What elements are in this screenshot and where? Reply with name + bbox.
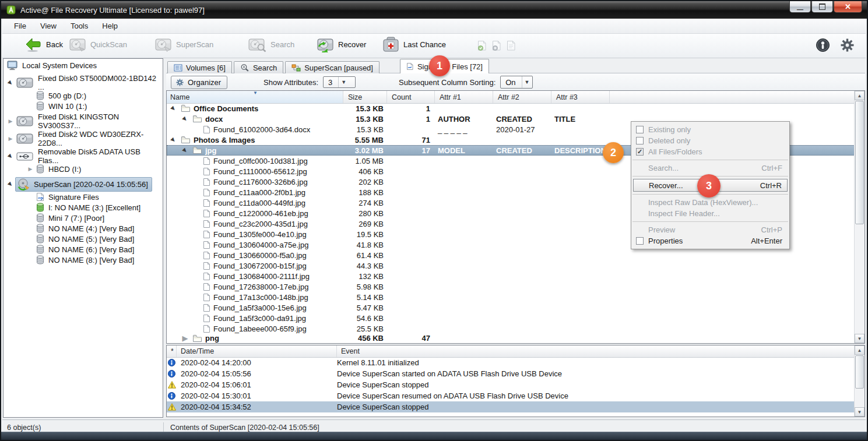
log-row[interactable]: 2020-02-04 15:30:01Device SuperScan resu… (167, 390, 855, 401)
file-row[interactable]: Found_130672000-b15f.jpg44.3 KB (167, 260, 855, 271)
scroll-up-icon[interactable]: ▲ (855, 91, 865, 100)
expander-icon[interactable]: ▶ (6, 136, 15, 142)
scrollbar-thumb[interactable] (855, 101, 864, 224)
superscan-button[interactable]: SuperScan (155, 37, 213, 52)
column-header-size[interactable]: Size (343, 91, 387, 103)
file-row[interactable]: Found_1abeee000-65f9.jpg25.5 KB (167, 323, 855, 334)
scrollbar-thumb[interactable] (855, 355, 864, 389)
context-menu-item-inspect-file-header[interactable]: Inspect File Header... (631, 208, 789, 219)
column-header-name[interactable]: Name▼ (167, 91, 343, 103)
expander-icon[interactable]: ▶ (6, 118, 15, 124)
name-cell: Found_c11aa000-2f0b1.jpg (167, 188, 343, 197)
tree-item-no-name-6-very-bad[interactable]: NO NAME (6:) [Very Bad] (3, 244, 163, 255)
show-attributes-value: 3 (328, 78, 332, 87)
name-cell: Found_17a13c000-148b.jpg (167, 293, 343, 302)
log-row[interactable]: 2020-02-04 15:05:56Device SuperScan star… (167, 368, 855, 379)
expander-icon[interactable]: ▶ (5, 77, 16, 88)
expander-icon[interactable]: ▶ (180, 146, 191, 155)
tree-item-no-name-5-very-bad[interactable]: NO NAME (5:) [Very Bad] (3, 234, 163, 244)
tab-search[interactable]: Search (234, 61, 283, 73)
tree-item-removable-disk5-adata-usb-flas[interactable]: ▶Removable Disk5 ADATA USB Flas... (3, 149, 163, 164)
tree-item-mini-7-7-poor[interactable]: Mini 7 (7:) [Poor] (3, 213, 163, 223)
file-row[interactable]: Found_172638000-17eb.jpg5.98 KB (167, 281, 855, 292)
log-header: *Date/TimeEvent (167, 345, 865, 358)
column-header-attr-3[interactable]: Attr #3 (551, 91, 610, 103)
log-scrollbar[interactable]: ▲ ▼ (854, 345, 865, 417)
log-column-date-time[interactable]: Date/Time (177, 345, 337, 357)
info-icon (167, 359, 177, 366)
expander-icon[interactable]: ▶ (181, 334, 189, 343)
search-button[interactable]: Search (248, 37, 294, 52)
context-menu-item-existing-only[interactable]: Existing only (631, 124, 789, 135)
folder-row[interactable]: ▶png456 KB47 (167, 334, 855, 343)
doc-blank-button[interactable] (507, 40, 516, 54)
last-chance-button[interactable]: Last Chance (382, 37, 446, 52)
context-menu-item-deleted-only[interactable]: Deleted only (631, 135, 789, 146)
file-list-scrollbar[interactable]: ▲ ▼ (854, 91, 865, 343)
close-button[interactable]: ✕ (834, 1, 862, 13)
menu-item-view[interactable]: View (33, 20, 64, 32)
back-button[interactable]: Back (24, 37, 63, 52)
column-header-attr-1[interactable]: Attr #1 (435, 91, 493, 103)
expander-icon[interactable]: ▶ (26, 166, 35, 172)
log-column-event[interactable]: Event (337, 345, 865, 357)
recover-button[interactable]: Recover (317, 37, 366, 52)
file-row[interactable]: Found_130660000-f5a0.jpg61.4 KB (167, 250, 855, 260)
context-menu-item-all-files-folders[interactable]: ✓All Files/Folders (631, 146, 789, 157)
tab-volumes-6[interactable]: Volumes [6] (167, 61, 232, 73)
log-row[interactable]: 2020-02-04 15:34:52Device SuperScan stop… (167, 401, 855, 412)
doc-check-button[interactable] (477, 40, 487, 54)
menu-item-tools[interactable]: Tools (64, 20, 95, 32)
context-menu-item-properties[interactable]: PropertiesAlt+Enter (631, 235, 789, 246)
maximize-button[interactable] (811, 1, 833, 13)
context-menu-item-search[interactable]: Search...Ctrl+F (631, 163, 789, 174)
menu-bar: FileViewToolsHelp (2, 19, 866, 34)
about-button[interactable] (816, 38, 830, 55)
expander-icon[interactable]: ▶ (180, 115, 191, 124)
log-column-severity[interactable]: * (167, 345, 177, 357)
scroll-down-icon[interactable]: ▼ (855, 334, 865, 343)
tab-label: Search (253, 63, 277, 72)
log-row[interactable]: 2020-02-04 15:06:01Device SuperScan stop… (167, 379, 855, 390)
file-row[interactable]: Found_1a5f3c000-da91.jpg54.6 KB (167, 313, 855, 323)
expander-icon[interactable]: ▶ (5, 179, 16, 189)
log-row[interactable]: 2020-02-04 14:20:00Kernel 8.11.01 initia… (167, 357, 855, 368)
tree-item-i-no-name-3-excellent[interactable]: I: NO NAME (3:) [Excellent] (3, 202, 163, 213)
file-row[interactable]: Found_17a13c000-148b.jpg5.14 KB (167, 292, 855, 302)
expander-icon[interactable]: ▶ (168, 136, 179, 144)
folder-row[interactable]: ▶Office Documents15.3 KB1 (167, 103, 855, 114)
expander-icon[interactable]: ▶ (5, 151, 16, 161)
tree-item-signature-files[interactable]: Signature Files (3, 192, 163, 202)
column-sorting-select[interactable]: On ▼ (500, 76, 532, 89)
size-cell: 15.3 KB (343, 115, 387, 124)
organizer-button[interactable]: Organizer (171, 76, 227, 89)
tree-item-fixed-disk1-kingston-sv300s37[interactable]: ▶Fixed Disk1 KINGSTON SV300S37... (3, 114, 163, 129)
menu-item-file[interactable]: File (7, 20, 33, 32)
settings-gear-button[interactable] (839, 37, 855, 55)
tree-item-win-10-1[interactable]: WIN 10 (1:) (3, 101, 163, 111)
tree-item-no-name-4-very-bad[interactable]: NO NAME (4:) [Very Bad] (3, 223, 163, 234)
column-header-attr-2[interactable]: Attr #2 (493, 91, 551, 103)
doc-delete-button[interactable] (492, 40, 501, 54)
menu-item-label: Properties (648, 237, 683, 245)
scroll-down-icon[interactable]: ▼ (855, 407, 865, 417)
context-menu-item-preview[interactable]: PreviewCtrl+P (631, 224, 789, 235)
menu-item-help[interactable]: Help (95, 20, 125, 32)
scroll-up-icon[interactable]: ▲ (855, 345, 865, 355)
tab-superscan-paused[interactable]: SuperScan [paused] (285, 61, 379, 73)
superscan-label: SuperScan (176, 40, 213, 49)
column-header-count[interactable]: Count (387, 91, 435, 103)
tree-item-superscan-2020-02-04-15-05-56[interactable]: ▶SuperScan [2020-02-04 15:05:56] (3, 177, 163, 192)
log-time: 2020-02-04 15:06:01 (177, 380, 337, 389)
file-row[interactable]: Found_130684000-2111f.jpg132 KB (167, 271, 855, 281)
show-attributes-select[interactable]: 3 ▼ (323, 76, 356, 88)
tree-item-no-name-8-very-bad[interactable]: NO NAME (8:) [Very Bad] (3, 255, 163, 265)
file-icon (203, 209, 210, 218)
tree-item-fixed-disk0-st500dm002-1bd142[interactable]: ▶Fixed Disk0 ST500DM002-1BD142 ... (3, 75, 163, 90)
file-row[interactable]: Found_1a5f3a000-15e6.jpg5.47 KB (167, 302, 855, 313)
tree-item-fixed-disk2-wdc-wd30ezrx-22d8[interactable]: ▶Fixed Disk2 WDC WD30EZRX-22D8... (3, 131, 163, 146)
minimize-button[interactable]: — (789, 1, 811, 13)
context-menu-item-inspect-raw-data-hexviewer[interactable]: Inspect Raw Data (HexViewer)... (631, 197, 789, 208)
quickscan-button[interactable]: QuickScan (69, 37, 127, 52)
expander-icon[interactable]: ▶ (168, 104, 179, 113)
